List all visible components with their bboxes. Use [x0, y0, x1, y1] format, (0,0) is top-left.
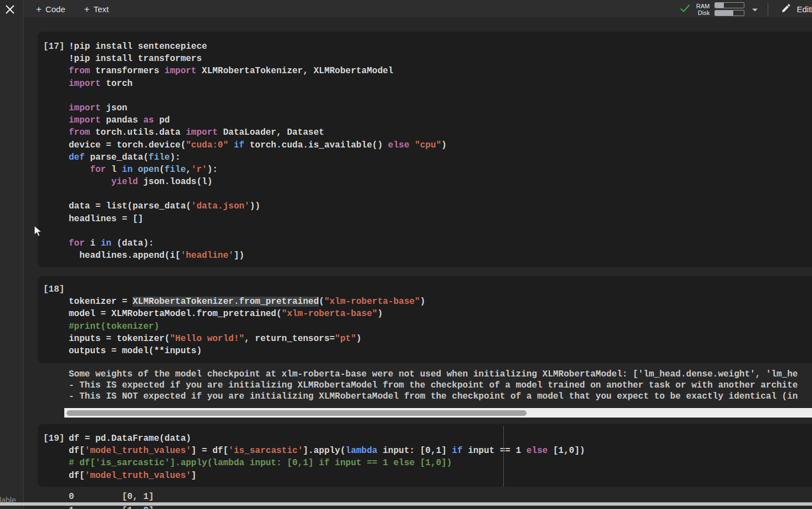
- code-editor[interactable]: df = pd.DataFrame(data)df['model_truth_v…: [69, 434, 812, 487]
- execution-count-label[interactable]: [17]: [43, 42, 64, 52]
- code-cell-19[interactable]: [19] df = pd.DataFrame(data)df['model_tr…: [38, 424, 812, 487]
- add-code-button[interactable]: + Code: [34, 0, 68, 18]
- close-icon[interactable]: [3, 3, 17, 17]
- resources-and-edit-cluster: RAM Disk Editing: [679, 0, 812, 18]
- connected-check-icon: [679, 2, 691, 17]
- pencil-icon: [781, 3, 791, 16]
- bottom-scrollbar[interactable]: [0, 502, 812, 506]
- left-sidebar: ilable: [0, 0, 24, 509]
- add-text-button[interactable]: + Text: [82, 0, 111, 18]
- ram-usage-bar: [714, 2, 744, 8]
- execution-count-label[interactable]: [18]: [43, 284, 64, 294]
- code-cell-18[interactable]: [18] tokenizer = XLMRobertaTokenizer.fro…: [38, 276, 812, 363]
- top-toolbar: + Code + Text RAM Disk Editing: [24, 0, 812, 18]
- cell-insert-buttons: + Code + Text: [34, 0, 111, 18]
- add-code-label: Code: [45, 4, 65, 14]
- code-editor[interactable]: !pip install sentencepiece!pip install t…: [69, 42, 812, 267]
- ram-label: RAM: [696, 3, 709, 9]
- disk-label: Disk: [696, 9, 709, 16]
- toolbar-divider: [768, 3, 768, 16]
- editor-vertical-guide: [503, 426, 504, 487]
- resource-usage-bars[interactable]: [714, 2, 744, 16]
- cell-19-output: 0 [0, 1]1 [1, 0]: [69, 492, 812, 509]
- chevron-down-icon[interactable]: [752, 4, 758, 14]
- horizontal-scrollbar[interactable]: [64, 408, 812, 418]
- resource-labels: RAM Disk: [696, 3, 709, 16]
- plus-icon: +: [36, 4, 42, 14]
- code-cell-17[interactable]: [17] !pip install sentencepiece!pip inst…: [38, 32, 812, 267]
- add-text-label: Text: [94, 4, 109, 14]
- colab-notebook-window: { "colors": { "bg_page": "#272727", "bg_…: [0, 0, 812, 509]
- plus-icon: +: [84, 4, 90, 14]
- disk-usage-bar: [714, 10, 744, 16]
- cell-18-output: Some weights of the model checkpoint at …: [69, 369, 812, 405]
- code-editor[interactable]: tokenizer = XLMRobertaTokenizer.from_pre…: [69, 284, 812, 363]
- execution-count-label[interactable]: [19]: [43, 434, 64, 444]
- edit-mode-label[interactable]: Editing: [796, 4, 812, 14]
- scrollbar-thumb[interactable]: [67, 410, 527, 416]
